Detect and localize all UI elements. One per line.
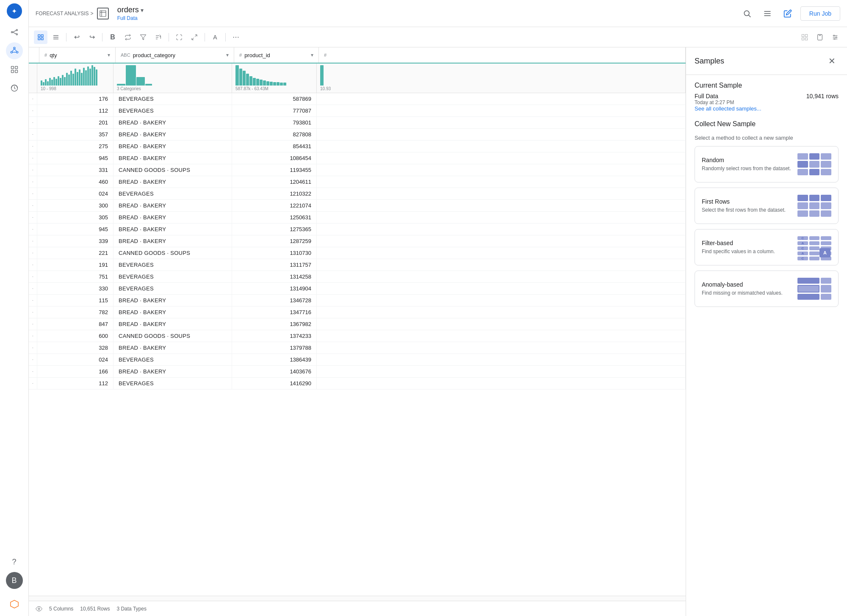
row-idx: · [29,366,37,377]
product-id-histogram: 587.87k - 63.43M [232,64,317,93]
toolbar-sort-btn[interactable] [152,30,165,44]
col-header-product-id[interactable]: # product_id ▾ [234,47,319,63]
qty-histogram: 10 - 998 [37,64,113,93]
toolbar-transform-btn[interactable] [121,30,135,44]
edit-button[interactable] [780,6,795,21]
toolbar-redo-btn[interactable]: ↪ [85,30,99,44]
cell-product-id: 1204611 [232,176,317,188]
breadcrumb-text: FORECAST ANALYSIS [36,11,89,17]
current-sample-section: Current Sample Full Data Today at 2:27 P… [695,82,839,112]
toolbar-expand-btn[interactable] [188,30,201,44]
row-idx: · [29,318,37,330]
cell-product-id: 587869 [232,93,317,105]
cell-extra [317,212,686,223]
sample-option-anomaly-based[interactable]: Anomaly-based Find missing or mismatched… [695,271,839,307]
cell-qty: 600 [37,330,113,342]
cell-product-category: BEVERAGES [113,259,232,271]
cell-qty: 300 [37,200,113,211]
sidebar-graph-btn[interactable] [6,24,23,41]
svg-line-3 [12,30,16,32]
table-row: · 460 BREAD · BAKERY 1204611 [29,176,686,188]
horizontal-scrollbar[interactable] [29,596,686,601]
cell-extra [317,271,686,282]
samples-body: Current Sample Full Data Today at 2:27 P… [686,75,847,314]
col-header-qty[interactable]: # qty ▾ [39,47,116,63]
toolbar-bold-btn[interactable]: B [106,30,119,44]
row-idx: · [29,259,37,271]
toolbar-settings-btn[interactable] [828,30,842,44]
toolbar-grid-btn[interactable] [34,30,47,44]
breadcrumb-chevron: > [91,11,94,17]
sample-option-first-rows[interactable]: First Rows Select the first rows from th… [695,188,839,224]
table-row: · 847 BREAD · BAKERY 1367982 [29,318,686,330]
sidebar-brand-btn[interactable]: ✦ [7,3,22,19]
dataset-name-row: orders ▾ [117,6,144,14]
sidebar-user-btn[interactable]: B [6,572,23,589]
table-row: · 221 CANNED GOODS · SOUPS 1310730 [29,247,686,259]
svg-line-8 [12,49,14,51]
cell-product-category: BREAD · BAKERY [113,129,232,140]
col-header-product-category[interactable]: ABC product_category ▾ [116,47,234,63]
cell-product-id: 777087 [232,105,317,116]
svg-point-0 [11,31,12,33]
svg-rect-26 [41,35,43,37]
row-idx: · [29,176,37,188]
row-idx: · [29,354,37,365]
cell-extra [317,342,686,354]
sidebar-nodes-btn[interactable] [6,42,23,59]
svg-rect-39 [802,34,804,36]
dataset-dropdown-chevron[interactable]: ▾ [141,7,144,14]
dataset-icon [97,8,109,19]
dataset-name-text: orders [117,6,139,14]
row-idx: · [29,152,37,164]
svg-point-48 [836,36,837,38]
toolbar-list-btn[interactable] [49,30,63,44]
row-idx: · [29,378,37,389]
toolbar-undo-btn[interactable]: ↩ [70,30,83,44]
sidebar-help-btn[interactable]: ? [6,553,23,570]
toolbar-more-btn[interactable]: ⋯ [229,30,243,44]
see-all-link[interactable]: See all collected samples... [695,105,761,112]
svg-rect-17 [100,11,106,17]
sample-option-filter-based[interactable]: Filter-based Find specific values in a c… [695,229,839,265]
product-id-sort-icon[interactable]: ▾ [311,52,313,58]
cell-product-id: 827808 [232,129,317,140]
extra-histogram: 10.93 [317,64,686,93]
cell-product-id: 1310730 [232,247,317,259]
svg-point-49 [834,38,835,39]
toolbar-filter-btn[interactable] [136,30,150,44]
extra-range: 10.93 [320,86,682,91]
toolbar-clipboard-btn[interactable] [813,30,827,44]
list-view-button[interactable] [760,6,775,21]
toolbar-resize-btn[interactable] [172,30,186,44]
cell-extra [317,318,686,330]
col-header-extra[interactable]: # [319,47,686,63]
cell-qty: 330 [37,283,113,294]
sidebar-hexagon-btn[interactable] [6,596,23,613]
current-sample-time: Today at 2:27 PM [695,99,734,105]
cell-extra [317,105,686,116]
filter-based-info: Filter-based Find specific values in a c… [702,240,792,255]
cell-product-id: 1275365 [232,224,317,235]
run-job-button[interactable]: Run Job [800,6,840,21]
qty-sort-icon[interactable]: ▾ [108,52,110,58]
sidebar-time-btn[interactable] [6,80,23,97]
product-id-col-name: product_id [244,52,270,58]
cell-product-category: BEVERAGES [113,105,232,116]
samples-close-button[interactable]: ✕ [825,54,839,68]
svg-point-1 [16,29,17,30]
filter-based-name: Filter-based [702,240,792,246]
toolbar-font-btn[interactable]: A [208,30,222,44]
product-cat-range: 3 Categories [117,86,228,91]
current-sample-row: Full Data Today at 2:27 PM 10,941 rows [695,93,839,105]
toolbar-divider-1 [66,33,66,41]
sample-option-random[interactable]: Random Randomly select rows from the dat… [695,146,839,182]
sidebar-grid-btn[interactable] [6,61,23,78]
first-rows-icon [797,195,831,217]
search-button[interactable] [739,6,755,21]
cell-extra [317,247,686,259]
toolbar-select-btn[interactable] [798,30,811,44]
product-cat-sort-icon[interactable]: ▾ [226,52,229,58]
anomaly-based-name: Anomaly-based [702,281,792,288]
table-row: · 024 BEVERAGES 1210322 [29,188,686,200]
